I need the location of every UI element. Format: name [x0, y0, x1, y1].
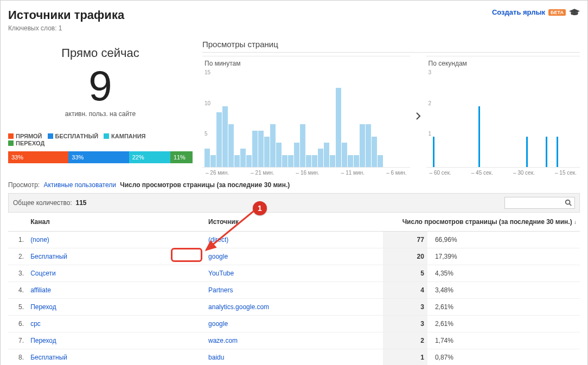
chart-bar [546, 137, 547, 167]
chart-per-minute: По минутам 51015 – 26 мин.– 21 мин.– 16 … [202, 56, 410, 176]
channel-link[interactable]: (none) [30, 236, 49, 244]
chart-per-second: По секундам 123 – 60 сек.– 45 сек.– 30 с… [426, 56, 580, 176]
search-input[interactable] [504, 197, 575, 209]
active-users-label: активн. польз. на сайте [8, 110, 193, 118]
channel-link[interactable]: Соцсети [30, 270, 56, 277]
table-row: 5.Переходanalytics.google.com32,61% [8, 299, 580, 316]
chart-per-second-label: По секундам [426, 56, 580, 69]
table-row: 4.affiliatePartners43,48% [8, 282, 580, 299]
pageviews-count: 4 [383, 282, 427, 299]
channel-link[interactable]: affiliate [30, 286, 51, 294]
chart-bar [204, 149, 210, 167]
chart-bar [324, 143, 329, 167]
chart-x-label: – 45 сек. [471, 170, 493, 176]
chart-bar [258, 131, 264, 168]
pageviews-percent: 3,48% [427, 282, 580, 299]
source-link[interactable]: analytics.google.com [208, 303, 269, 311]
channel-link[interactable]: Бесплатный [30, 354, 67, 361]
legend-item: КАМПАНИЯ [104, 133, 145, 139]
svg-line-1 [570, 204, 572, 206]
row-index: 7. [8, 332, 27, 349]
education-icon[interactable] [569, 9, 580, 16]
pageviews-count: 20 [383, 248, 427, 265]
search-icon [565, 199, 572, 207]
col-source[interactable]: Источник [205, 213, 383, 232]
pageviews-count: 2 [383, 332, 427, 349]
chart-x-label: – 11 мин. [341, 170, 365, 176]
row-index: 8. [8, 349, 27, 366]
source-link[interactable]: baidu [208, 354, 224, 361]
chart-x-label: – 60 сек. [430, 170, 451, 176]
chart-bar [294, 143, 299, 167]
distribution-segment: 22% [129, 151, 170, 163]
table-row: 2.Бесплатныйgoogle2017,39% [8, 248, 580, 265]
row-index: 3. [8, 265, 27, 282]
row-index: 1. [8, 232, 27, 248]
chart-bar [282, 155, 287, 168]
chart-bar [354, 155, 359, 168]
col-channel[interactable]: Канал [27, 213, 205, 232]
row-index: 4. [8, 282, 27, 299]
source-link[interactable]: YouTube [208, 270, 234, 277]
traffic-distribution-bar: 33%33%22%11% [8, 151, 193, 163]
pageviews-count: 3 [383, 299, 427, 316]
pageviews-percent: 0,87% [427, 349, 580, 366]
table-row: 3.СоцсетиYouTube54,35% [8, 265, 580, 282]
table-row: 7.Переходwaze.com21,74% [8, 332, 580, 349]
pageviews-percent: 4,35% [427, 265, 580, 282]
channel-link[interactable]: Переход [30, 337, 56, 344]
distribution-segment: 33% [8, 151, 68, 163]
chart-bar [222, 106, 228, 168]
chart-bar [366, 124, 371, 167]
distribution-segment: 11% [170, 151, 193, 163]
chart-next-arrow[interactable] [413, 56, 423, 176]
chart-bar [246, 155, 252, 168]
table-row: 1.(none)(direct)7766,96% [8, 232, 580, 248]
chart-bar [360, 124, 365, 167]
chart-bar [372, 137, 377, 167]
chart-bar [264, 137, 270, 167]
source-link[interactable]: Partners [208, 286, 233, 294]
pageviews-title: Просмотры страниц [202, 40, 580, 53]
legend-item: ПРЯМОЙ [8, 133, 42, 139]
chart-bar [318, 149, 323, 167]
source-link[interactable]: (direct) [208, 236, 228, 244]
pageviews-percent: 2,61% [427, 316, 580, 332]
beta-badge: БЕТА [548, 9, 566, 16]
col-pageviews[interactable]: Число просмотров страницы (за последние … [383, 213, 580, 232]
create-shortcut-link[interactable]: Создать ярлык [492, 8, 545, 16]
chart-bar [276, 143, 282, 167]
page-title: Источники трафика [8, 8, 124, 22]
legend-item: ПЕРЕХОД [8, 140, 44, 146]
table-row: 8.Бесплатныйbaidu10,87% [8, 349, 580, 366]
source-link[interactable]: google [208, 253, 228, 260]
total-count: Общее количество: 115 [13, 199, 87, 207]
traffic-table: Канал Источник Число просмотров страницы… [8, 213, 580, 365]
chart-bar [216, 112, 222, 167]
pageviews-count: 77 [383, 232, 427, 248]
channel-link[interactable]: Переход [30, 303, 56, 311]
channel-link[interactable]: cpc [30, 320, 41, 328]
distribution-segment: 33% [68, 151, 129, 163]
row-index: 6. [8, 316, 27, 332]
chart-bar [478, 106, 480, 168]
source-link[interactable]: waze.com [208, 337, 238, 344]
source-link[interactable]: google [208, 320, 228, 328]
chart-bar [228, 124, 234, 167]
channel-link[interactable]: Бесплатный [30, 253, 67, 260]
pageviews-count: 3 [383, 316, 427, 332]
pageviews-count: 5 [383, 265, 427, 282]
chart-bar [378, 155, 383, 168]
chart-bar [433, 137, 434, 167]
chart-bar [348, 155, 353, 168]
chart-bar [270, 124, 276, 167]
chart-bar [312, 155, 317, 168]
chart-bar [300, 124, 305, 167]
pageviews-percent: 17,39% [427, 248, 580, 265]
view-filter: Просмотр: Активные пользователи Число пр… [8, 181, 580, 193]
chart-x-label: – 26 мин. [206, 170, 229, 176]
page-subtitle: Ключевых слов: 1 [8, 24, 124, 32]
filter-active-users[interactable]: Активные пользователи [43, 181, 116, 189]
filter-pageviews[interactable]: Число просмотров страницы (за последние … [120, 181, 290, 189]
right-now-title: Прямо сейчас [8, 46, 193, 60]
